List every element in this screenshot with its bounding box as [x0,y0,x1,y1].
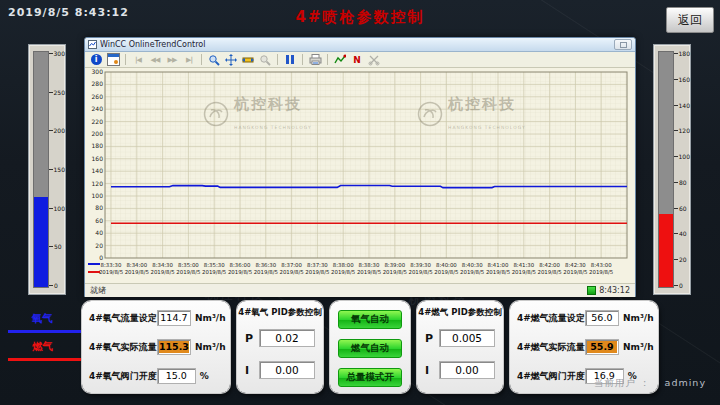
trend-chart-area: 0204060801001201401601802002202402602803… [85,68,635,283]
select-time-range-icon[interactable] [106,53,120,66]
current-user-value: adminy [665,377,706,388]
toolbar-separator [201,54,202,65]
toolbar-separator [327,54,328,65]
unit-label: Nm³/h [195,342,225,352]
svg-text:2019/8/5: 2019/8/5 [512,269,536,275]
current-user-label: 当前用户 ： [594,377,651,388]
svg-text:8:41:30: 8:41:30 [513,262,534,268]
svg-text:2019/8/5: 2019/8/5 [176,269,200,275]
i-label: I [245,364,259,377]
svg-text:40: 40 [95,229,103,236]
oxygen-auto-button[interactable]: 氧气自动 [338,310,402,329]
svg-text:2019/8/5: 2019/8/5 [460,269,484,275]
toolbar-separator [277,54,278,65]
window-title: WinCC OnlineTrendControl [100,40,614,49]
gas-flow-actual-field: 55.9 [585,339,619,355]
svg-text:8:39:30: 8:39:30 [410,262,431,268]
oxygen-flow-actual-label: 4#氧气实际流量 [89,341,157,354]
trend-chart: 0204060801001201401601802002202402602803… [85,68,633,283]
toolbar-separator [125,54,126,65]
next-record-icon: ▶▶ [165,53,179,66]
svg-text:8:34:00: 8:34:00 [126,262,147,268]
move-trend-area-icon[interactable] [224,53,238,66]
svg-text:8:34:30: 8:34:30 [152,262,173,268]
svg-text:140: 140 [92,167,104,174]
unit-label: Nm³/h [623,342,653,352]
gas-flow-set-label: 4#燃气流量设定 [517,312,585,325]
svg-text:8:33:30: 8:33:30 [101,262,122,268]
screen: 杭控科技 杭控科技 2019/8/5 8:43:12 4#喷枪参数控制 返回 3… [0,0,720,405]
svg-text:160: 160 [92,155,104,162]
svg-text:8:38:30: 8:38:30 [359,262,380,268]
svg-text:2019/8/5: 2019/8/5 [279,269,303,275]
svg-text:8:40:00: 8:40:00 [436,262,457,268]
gas-p-field[interactable]: 0.005 [439,329,495,347]
gauge-fill [34,197,48,287]
svg-text:2019/8/5: 2019/8/5 [434,269,458,275]
svg-text:8:39:00: 8:39:00 [384,262,405,268]
svg-text:2019/8/5: 2019/8/5 [331,269,355,275]
gas-pid-panel: 4#燃气 PID参数控制 P 0.005 I 0.00 [417,301,503,393]
svg-text:8:38:00: 8:38:00 [333,262,354,268]
p-label: P [245,332,259,345]
gas-i-field[interactable]: 0.00 [439,361,495,379]
page-title: 4#喷枪参数控制 [295,8,424,27]
svg-text:220: 220 [92,118,104,125]
oxygen-flow-set-field[interactable]: 114.7 [157,310,191,326]
window-control-button[interactable] [614,39,632,50]
svg-text:280: 280 [92,80,104,87]
svg-text:8:36:00: 8:36:00 [230,262,251,268]
p-label: P [425,332,439,345]
svg-text:2019/8/5: 2019/8/5 [305,269,329,275]
unit-label: % [200,371,225,381]
gas-pid-title: 4#燃气 PID参数控制 [417,307,503,319]
original-view-icon [258,53,272,66]
oxygen-pid-panel: 4#氧气 PID参数控制 P 0.02 I 0.00 [237,301,323,393]
status-ready-text: 就绪 [90,285,106,296]
gas-flow-actual-label: 4#燃气实际流量 [517,341,585,354]
back-button[interactable]: 返回 [666,7,714,33]
window-app-icon [88,40,97,49]
gauge-scale: 300250200150100500 [49,50,65,289]
zoom-x-axis-icon[interactable] [241,53,255,66]
stop-update-icon[interactable] [283,53,297,66]
oxygen-pid-title: 4#氧气 PID参数控制 [237,307,323,319]
unit-label: Nm³/h [623,313,653,323]
first-record-icon: |◀ [131,53,145,66]
svg-text:8:37:30: 8:37:30 [307,262,328,268]
svg-text:2019/8/5: 2019/8/5 [486,269,510,275]
print-icon[interactable] [308,53,322,66]
oxygen-valve-opening-label: 4#氧气阀门开度 [89,370,157,383]
svg-text:8:43:00: 8:43:00 [591,262,612,268]
svg-text:2019/8/5: 2019/8/5 [150,269,174,275]
normalize-icon[interactable]: N [350,53,364,66]
svg-text:8:35:30: 8:35:30 [204,262,225,268]
gauge-scale: 180160140120100806040200 [674,50,690,289]
svg-text:2019/8/5: 2019/8/5 [254,269,278,275]
svg-text:180: 180 [92,142,104,149]
svg-text:2019/8/5: 2019/8/5 [357,269,381,275]
svg-text:8:41:00: 8:41:00 [488,262,509,268]
total-mode-button[interactable]: 总量模式开 [338,368,402,387]
svg-text:2019/8/5: 2019/8/5 [408,269,432,275]
unit-label: Nm³/h [195,313,225,323]
svg-text:260: 260 [92,93,104,100]
zoom-area-icon[interactable] [207,53,221,66]
svg-text:80: 80 [95,204,103,211]
svg-text:2019/8/5: 2019/8/5 [202,269,226,275]
trend-toolbar: i |◀ ◀◀ ▶▶ ▶| [85,52,635,68]
toolbar-separator [302,54,303,65]
oxygen-p-field[interactable]: 0.02 [259,329,315,347]
oxygen-i-field[interactable]: 0.00 [259,361,315,379]
current-user: 当前用户 ：adminy [594,377,706,390]
gas-flow-set-field[interactable]: 56.0 [585,310,619,326]
svg-text:120: 120 [92,180,104,187]
gas-auto-button[interactable]: 燃气自动 [338,339,402,358]
svg-text:0: 0 [99,254,103,261]
select-trend-icon[interactable] [333,53,347,66]
cut-icon [367,53,381,66]
oxygen-valve-opening-field[interactable]: 15.0 [157,368,196,384]
mode-buttons-panel: 氧气自动 燃气自动 总量模式开 [330,301,410,393]
gas-flow-gauge: 180160140120100806040200 [653,44,691,295]
properties-icon[interactable]: i [89,53,103,66]
